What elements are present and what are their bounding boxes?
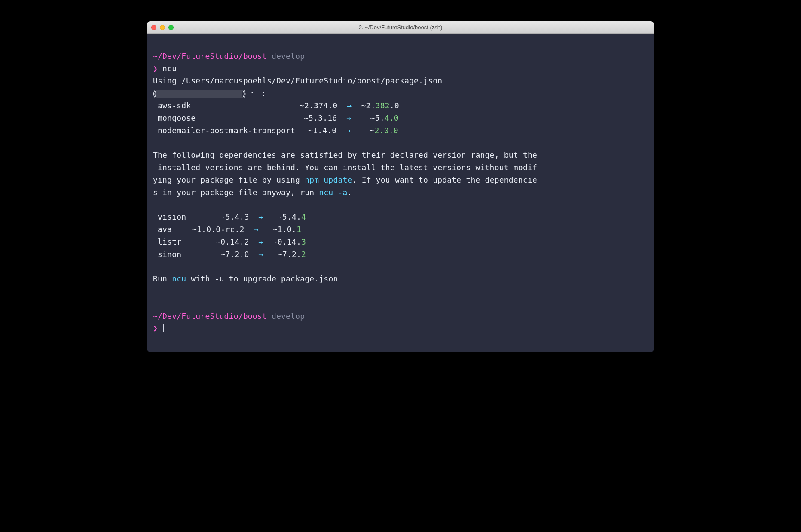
from-mid: 3.16 <box>318 113 337 122</box>
footer-flag: -u <box>215 274 224 283</box>
footer-text: to upgrade package.json <box>224 274 338 283</box>
arrow-icon: → <box>259 237 263 246</box>
pkg-name: ava <box>158 223 192 236</box>
prompt-symbol: ❯ <box>153 64 158 73</box>
window-title: 2. ~/Dev/FutureStudio/boost (zsh) <box>147 24 654 31</box>
pkg-name: nodemailer-postmark-transport <box>158 125 308 137</box>
arrow-icon: → <box>259 250 263 259</box>
to-prefix: ~1.0. <box>273 225 297 234</box>
to-mid: 382 <box>376 101 390 110</box>
info-text: installed versions are behind. You can i… <box>153 163 537 172</box>
to-prefix: ~ <box>370 126 375 135</box>
from-mid: 374 <box>314 101 328 110</box>
info-cmd: npm update <box>305 175 352 184</box>
from-prefix: ~ <box>308 126 313 135</box>
footer-cmd: ncu <box>172 274 186 283</box>
to-hl: 4 <box>301 212 306 221</box>
arrow-icon: → <box>346 126 351 135</box>
to-hl: 2 <box>301 250 306 259</box>
close-icon[interactable] <box>151 25 156 30</box>
to-suffix: .0 <box>390 101 399 110</box>
progress-close: ⸩ <box>242 89 246 98</box>
pkg-name: aws-sdk <box>158 100 300 112</box>
minimize-icon[interactable] <box>160 25 165 30</box>
footer-text: Run <box>153 274 172 283</box>
arrow-icon: → <box>259 212 263 221</box>
info-text: The following dependencies are satisfied… <box>153 150 537 159</box>
footer-text: with <box>186 274 214 283</box>
prompt-path: ~/Dev/FutureStudio/boost <box>153 312 267 321</box>
to-hl: 1 <box>297 225 301 234</box>
info-text: s in your package file anyway, run <box>153 188 319 197</box>
using-line: Using /Users/marcuspoehls/Dev/FutureStud… <box>153 76 442 85</box>
pkg-name: vision <box>158 211 192 223</box>
terminal-window: 2. ~/Dev/FutureStudio/boost (zsh) ~/Dev/… <box>147 21 654 352</box>
to-mid: 2.0.0 <box>375 126 398 135</box>
arrow-icon: → <box>254 225 259 234</box>
from: ~5.4.3 <box>220 212 249 221</box>
prompt-branch: develop <box>272 312 305 321</box>
info-cmd: ncu -a <box>319 188 347 197</box>
to-hl: 3 <box>301 237 306 246</box>
maximize-icon[interactable] <box>168 25 174 30</box>
from-prefix: ~5. <box>304 113 318 122</box>
titlebar[interactable]: 2. ~/Dev/FutureStudio/boost (zsh) <box>147 21 654 34</box>
to-prefix: ~7.2. <box>278 250 301 259</box>
terminal-content[interactable]: ~/Dev/FutureStudio/boost develop ❯ ncu U… <box>147 34 654 352</box>
prompt-branch: develop <box>272 52 305 61</box>
traffic-lights <box>151 25 174 30</box>
to-prefix: ~5. <box>370 113 385 122</box>
info-text: . <box>348 188 352 197</box>
from: ~7.2.0 <box>220 250 249 259</box>
from-suffix: .0 <box>328 101 337 110</box>
from-mid: 1.4.0 <box>313 126 336 135</box>
from-prefix: ~2. <box>300 101 314 110</box>
to-prefix: ~0.14. <box>273 237 301 246</box>
progress-bar <box>156 90 242 98</box>
prompt-symbol: ❯ <box>153 324 158 333</box>
progress-dots: ⠂ : <box>251 89 266 98</box>
cursor-icon <box>163 324 164 332</box>
command: ncu <box>162 64 177 73</box>
pkg-name: sinon <box>158 248 192 261</box>
from: ~0.14.2 <box>216 237 249 246</box>
from: ~1.0.0-rc.2 <box>192 225 244 234</box>
to-prefix: ~5.4. <box>278 212 301 221</box>
to-prefix: ~2. <box>361 101 376 110</box>
progress-open: ⸨ <box>153 89 156 98</box>
pkg-name: mongoose <box>158 112 304 125</box>
arrow-icon: → <box>347 101 352 110</box>
prompt-path: ~/Dev/FutureStudio/boost <box>153 52 267 61</box>
info-text: . If you want to update the dependencie <box>352 175 537 184</box>
pkg-name: listr <box>158 236 192 248</box>
arrow-icon: → <box>346 113 351 122</box>
to-mid: 4.0 <box>385 113 399 122</box>
info-text: ying your package file by using <box>153 175 305 184</box>
